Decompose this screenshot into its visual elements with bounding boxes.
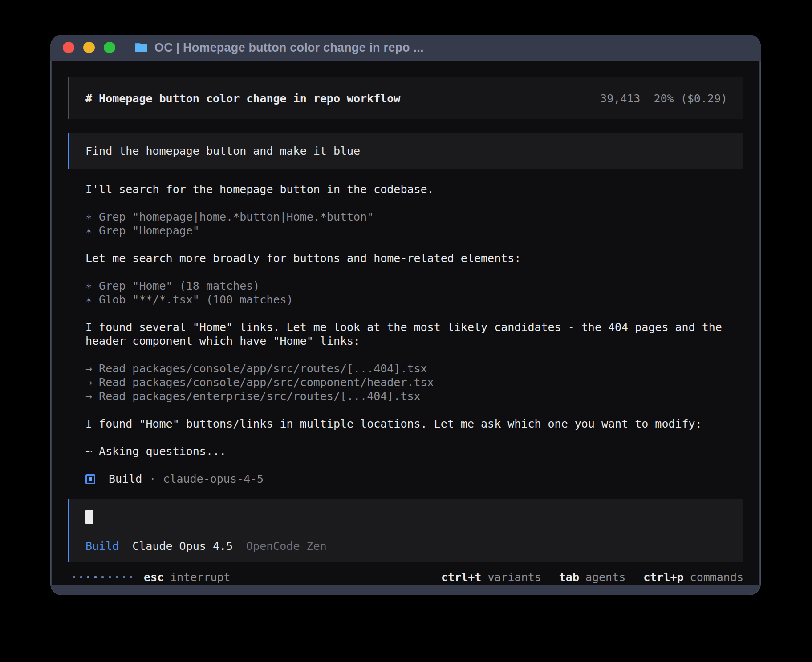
interrupt-hint: esc interrupt bbox=[144, 571, 231, 584]
terminal-content: # Homepage button color change in repo w… bbox=[52, 61, 759, 585]
agent-model: claude-opus-4-5 bbox=[163, 472, 264, 486]
assistant-text: I found several "Home" links. Let me loo… bbox=[85, 320, 726, 348]
tool-call-read: → Read packages/console/app/src/routes/[… bbox=[85, 362, 726, 375]
separator-dot: · bbox=[149, 472, 156, 486]
tool-call-read: → Read packages/console/app/src/componen… bbox=[85, 375, 726, 389]
assistant-text: I found "Home" buttons/links in multiple… bbox=[85, 417, 726, 431]
blank-line bbox=[85, 431, 726, 444]
ctrl-p-key: ctrl+p bbox=[643, 571, 683, 584]
tool-call-grep: ∗ Grep "homepage|home.*button|Home.*butt… bbox=[85, 210, 726, 224]
tool-call-glob: ∗ Glob "**/*.tsx" (100 matches) bbox=[85, 293, 726, 307]
esc-key: esc bbox=[144, 571, 164, 584]
blank-line bbox=[85, 403, 726, 417]
blank-line bbox=[85, 196, 726, 210]
context-and-cost: 20% ($0.29) bbox=[654, 92, 727, 105]
working-spinner-dots bbox=[73, 576, 132, 578]
commands-hint: ctrl+p commands bbox=[643, 571, 743, 584]
input-status-line: Build Claude Opus 4.5 OpenCode Zen bbox=[85, 540, 727, 553]
terminal-window: OC | Homepage button color change in rep… bbox=[50, 35, 761, 595]
agents-label: agents bbox=[585, 571, 625, 584]
user-message: Find the homepage button and make it blu… bbox=[68, 133, 743, 169]
blank-line bbox=[85, 348, 726, 362]
assistant-text: I'll search for the homepage button in t… bbox=[85, 182, 726, 196]
close-window-button[interactable] bbox=[63, 42, 74, 53]
agent-name: Build bbox=[109, 472, 142, 486]
token-count: 39,413 bbox=[600, 92, 640, 105]
session-stats: 39,413 20% ($0.29) bbox=[600, 92, 727, 105]
agents-hint: tab agents bbox=[559, 571, 625, 584]
variants-hint: ctrl+t variants bbox=[441, 571, 541, 584]
status-bar: esc interrupt ctrl+t variants tab agents… bbox=[68, 569, 743, 585]
blank-line bbox=[85, 458, 726, 472]
titlebar-title-group: OC | Homepage button color change in rep… bbox=[134, 41, 424, 55]
model-name[interactable]: Claude Opus 4.5 bbox=[132, 540, 233, 553]
blank-line bbox=[85, 307, 726, 320]
mode-indicator[interactable]: Build bbox=[85, 540, 119, 553]
text-cursor bbox=[85, 510, 93, 524]
conversation-transcript: I'll search for the homepage button in t… bbox=[68, 169, 743, 486]
blank-line bbox=[85, 265, 726, 279]
assistant-text: Let me search more broadly for buttons a… bbox=[85, 251, 726, 265]
tool-call-grep: ∗ Grep "Home" (18 matches) bbox=[85, 279, 726, 293]
ctrl-t-key: ctrl+t bbox=[441, 571, 481, 584]
session-title: # Homepage button color change in repo w… bbox=[85, 92, 400, 105]
agent-status-row: Build · claude-opus-4-5 bbox=[85, 472, 726, 486]
user-message-text: Find the homepage button and make it blu… bbox=[85, 145, 360, 157]
status-bar-left: esc interrupt bbox=[73, 571, 231, 584]
minimize-window-button[interactable] bbox=[83, 42, 95, 53]
session-header: # Homepage button color change in repo w… bbox=[68, 77, 743, 119]
tool-call-read: → Read packages/enterprise/src/routes/[.… bbox=[85, 389, 726, 403]
variants-label: variants bbox=[487, 571, 541, 584]
commands-label: commands bbox=[690, 571, 743, 584]
status-bar-right: ctrl+t variants tab agents ctrl+p comman… bbox=[441, 571, 743, 584]
tool-call-grep: ∗ Grep "Homepage" bbox=[85, 224, 726, 238]
window-title: OC | Homepage button color change in rep… bbox=[154, 41, 424, 55]
prompt-input[interactable]: Build Claude Opus 4.5 OpenCode Zen bbox=[68, 499, 743, 562]
working-status: ~ Asking questions... bbox=[85, 444, 726, 458]
window-titlebar[interactable]: OC | Homepage button color change in rep… bbox=[50, 35, 761, 61]
provider-name: OpenCode Zen bbox=[246, 540, 327, 553]
zoom-window-button[interactable] bbox=[104, 42, 115, 53]
folder-icon bbox=[134, 42, 148, 53]
agent-icon bbox=[85, 474, 95, 484]
esc-label: interrupt bbox=[170, 571, 230, 584]
blank-line bbox=[85, 238, 726, 251]
tab-key: tab bbox=[559, 571, 579, 584]
traffic-lights bbox=[63, 42, 115, 53]
